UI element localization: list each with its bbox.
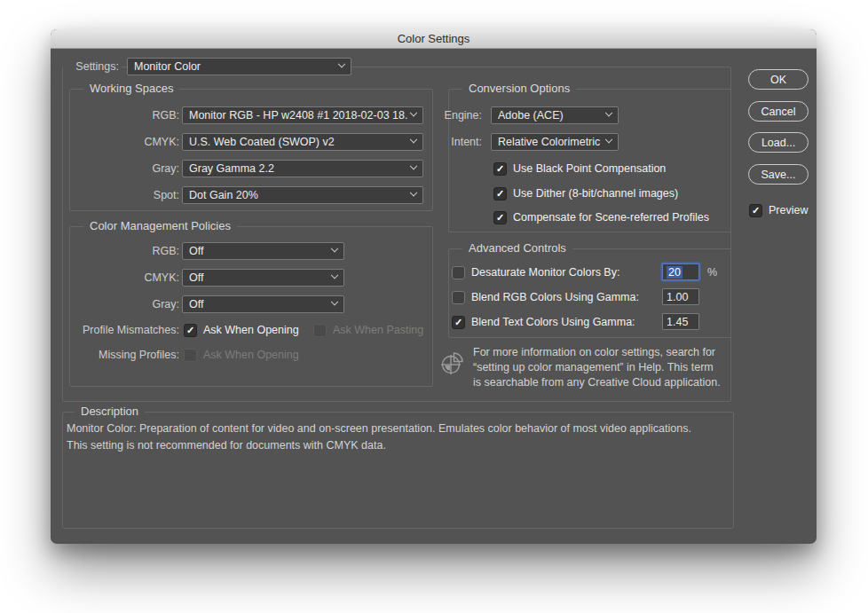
- intent-select[interactable]: Relative Colorimetric: [491, 133, 619, 151]
- checkbox-checked: ✓: [452, 316, 465, 329]
- profile-mismatches-label: Profile Mismatches:: [59, 323, 179, 337]
- cmp-rgb-label: RGB:: [73, 244, 179, 258]
- blend-text-gamma-checkbox[interactable]: ✓ Blend Text Colors Using Gamma:: [452, 315, 635, 329]
- cmp-cmyk-value: Off: [189, 271, 328, 284]
- chevron-down-icon: [410, 162, 417, 169]
- description-line-1: Monitor Color: Preparation of content fo…: [67, 422, 691, 435]
- chevron-down-icon: [410, 109, 417, 116]
- checkbox-disabled: [184, 349, 197, 362]
- ws-cmyk-select[interactable]: U.S. Web Coated (SWOP) v2: [182, 133, 423, 151]
- chevron-down-icon: [410, 136, 417, 143]
- check-icon: ✓: [496, 164, 504, 174]
- intent-label: Intent:: [438, 135, 482, 149]
- use-dither-checkbox[interactable]: ✓ Use Dither (8-bit/channel images): [493, 186, 678, 200]
- check-icon: ✓: [752, 206, 760, 216]
- ws-gray-select[interactable]: Gray Gamma 2.2: [182, 160, 423, 177]
- cancel-button[interactable]: Cancel: [748, 101, 809, 122]
- missing-profiles-ask-opening-checkbox[interactable]: Ask When Opening: [184, 348, 299, 362]
- description-title: Description: [75, 405, 145, 418]
- working-spaces-title: Working Spaces: [83, 82, 179, 95]
- info-line-1: For more information on color settings, …: [473, 346, 715, 358]
- field-text: 1.45: [667, 316, 688, 328]
- cmp-cmyk-label: CMYK:: [73, 271, 179, 285]
- ws-gray-label: Gray:: [73, 161, 179, 176]
- ws-cmyk-value: U.S. Web Coated (SWOP) v2: [189, 136, 407, 148]
- checkbox-label: Use Black Point Compensation: [513, 162, 666, 175]
- field-text: 1.00: [667, 291, 688, 303]
- engine-value: Adobe (ACE): [498, 109, 603, 122]
- conversion-options-title: Conversion Options: [462, 82, 576, 95]
- blend-text-gamma-field[interactable]: 1.45: [662, 313, 699, 330]
- engine-select[interactable]: Adobe (ACE): [491, 106, 619, 124]
- chevron-down-icon: [331, 298, 338, 305]
- cmp-gray-value: Off: [189, 298, 328, 310]
- ws-spot-label: Spot:: [73, 188, 179, 202]
- info-line-2: “setting up color management” in Help. T…: [473, 361, 714, 373]
- desaturate-percent-field[interactable]: 20: [662, 263, 699, 280]
- checkbox-label: Preview: [769, 204, 808, 216]
- checkbox-disabled: [313, 324, 327, 337]
- check-icon: ✓: [454, 318, 462, 327]
- chevron-down-icon: [338, 60, 345, 67]
- engine-label: Engine:: [438, 108, 482, 122]
- blend-rgb-gamma-checkbox[interactable]: Blend RGB Colors Using Gamma:: [452, 290, 639, 304]
- info-line-3: is searchable from any Creative Cloud ap…: [473, 376, 721, 389]
- checkbox-label: Desaturate Monitor Colors By:: [471, 266, 619, 279]
- ws-rgb-value: Monitor RGB - HP w2408 #1 2018-02-03 18.…: [189, 109, 407, 122]
- load-button[interactable]: Load...: [748, 132, 809, 153]
- checkbox-label: Ask When Opening: [203, 349, 299, 361]
- ws-spot-select[interactable]: Dot Gain 20%: [182, 186, 423, 204]
- chevron-down-icon: [331, 271, 338, 279]
- window-title: Color Settings: [398, 32, 470, 45]
- checkbox-checked: ✓: [749, 204, 762, 217]
- settings-preset-select[interactable]: Monitor Color: [127, 58, 351, 75]
- desaturate-monitor-colors-checkbox[interactable]: Desaturate Monitor Colors By:: [452, 265, 619, 279]
- save-button[interactable]: Save...: [748, 164, 809, 185]
- policies-title: Color Management Policies: [83, 219, 237, 232]
- chevron-down-icon: [605, 109, 612, 116]
- description-line-2: This setting is not recommended for docu…: [67, 439, 386, 452]
- cmp-rgb-select[interactable]: Off: [182, 242, 344, 260]
- checkbox-label: Ask When Opening: [203, 324, 299, 336]
- profile-mismatches-ask-opening-checkbox[interactable]: ✓ Ask When Opening: [184, 323, 299, 337]
- cmp-cmyk-select[interactable]: Off: [182, 269, 344, 287]
- color-management-globe-icon: [439, 350, 465, 376]
- checkbox-unchecked: [452, 291, 465, 304]
- checkbox-checked: ✓: [493, 211, 507, 224]
- checkbox-label: Use Dither (8-bit/channel images): [513, 187, 678, 200]
- checkbox-label: Ask When Pasting: [333, 324, 423, 336]
- preview-checkbox[interactable]: ✓ Preview: [749, 203, 808, 217]
- checkbox-label: Blend Text Colors Using Gamma:: [471, 316, 635, 328]
- check-icon: ✓: [496, 189, 504, 199]
- scene-referred-profiles-checkbox[interactable]: ✓ Compensate for Scene-referred Profiles: [493, 210, 709, 224]
- chevron-down-icon: [331, 245, 338, 252]
- settings-label: Settings:: [63, 59, 122, 74]
- advanced-controls-title: Advanced Controls: [462, 241, 572, 255]
- window-titlebar[interactable]: Color Settings: [51, 29, 817, 49]
- cmp-gray-label: Gray:: [73, 297, 179, 311]
- cmp-rgb-value: Off: [189, 245, 328, 257]
- chevron-down-icon: [410, 189, 417, 196]
- percent-suffix: %: [707, 265, 725, 279]
- checkbox-checked: ✓: [493, 187, 507, 200]
- ws-rgb-label: RGB:: [73, 108, 179, 122]
- chevron-down-icon: [605, 136, 612, 143]
- ws-gray-value: Gray Gamma 2.2: [189, 162, 407, 175]
- ws-spot-value: Dot Gain 20%: [189, 189, 407, 201]
- checkbox-checked: ✓: [493, 162, 507, 176]
- blend-rgb-gamma-field[interactable]: 1.00: [662, 288, 699, 305]
- cmp-gray-select[interactable]: Off: [182, 295, 344, 313]
- ok-button[interactable]: OK: [748, 69, 809, 90]
- settings-preset-value: Monitor Color: [134, 60, 335, 73]
- intent-value: Relative Colorimetric: [498, 136, 603, 148]
- checkbox-label: Compensate for Scene-referred Profiles: [513, 211, 709, 224]
- checkbox-label: Blend RGB Colors Using Gamma:: [471, 291, 639, 303]
- checkbox-checked: ✓: [184, 324, 197, 337]
- ws-cmyk-label: CMYK:: [73, 135, 179, 149]
- ws-rgb-select[interactable]: Monitor RGB - HP w2408 #1 2018-02-03 18.…: [182, 106, 423, 124]
- check-icon: ✓: [496, 213, 504, 223]
- profile-mismatches-ask-pasting-checkbox[interactable]: Ask When Pasting: [313, 323, 423, 337]
- checkbox-unchecked: [452, 266, 465, 279]
- black-point-compensation-checkbox[interactable]: ✓ Use Black Point Compensation: [493, 161, 666, 176]
- color-settings-dialog: Color Settings Settings: Monitor Color W…: [51, 29, 817, 544]
